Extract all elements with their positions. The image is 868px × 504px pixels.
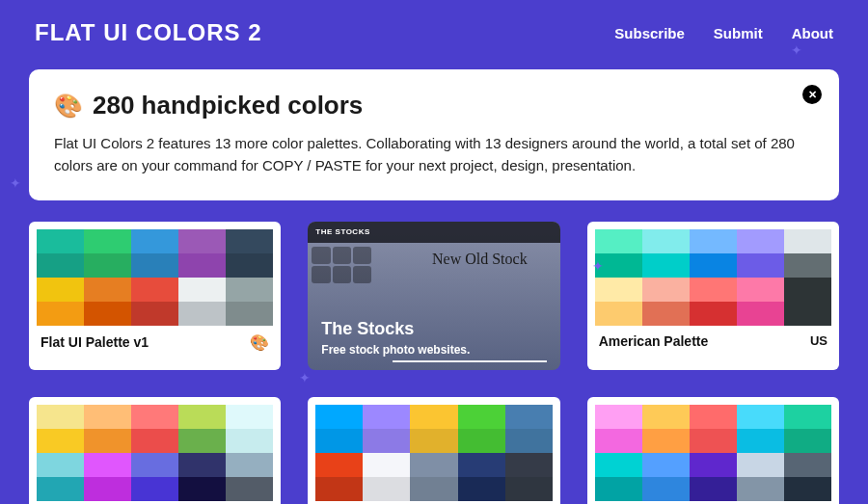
- palette-card[interactable]: Canadian Palette CA: [587, 397, 839, 505]
- color-swatch[interactable]: [363, 429, 410, 453]
- color-swatch[interactable]: [131, 229, 178, 253]
- color-swatch[interactable]: [178, 453, 226, 477]
- nav-about[interactable]: About: [792, 25, 833, 41]
- color-swatch[interactable]: [131, 453, 178, 477]
- color-swatch[interactable]: [595, 453, 642, 477]
- color-swatch[interactable]: [84, 229, 131, 253]
- color-swatch[interactable]: [737, 429, 784, 453]
- color-swatch[interactable]: [178, 405, 226, 429]
- color-swatch[interactable]: [737, 405, 784, 429]
- color-swatch[interactable]: [37, 253, 84, 278]
- color-swatch[interactable]: [178, 302, 226, 326]
- color-swatch[interactable]: [690, 278, 737, 302]
- color-swatch[interactable]: [784, 278, 831, 302]
- color-swatch[interactable]: [690, 477, 737, 501]
- color-swatch[interactable]: [505, 405, 553, 429]
- color-swatch[interactable]: [226, 405, 273, 429]
- color-swatch[interactable]: [505, 453, 553, 477]
- color-swatch[interactable]: [84, 302, 131, 326]
- color-swatch[interactable]: [595, 278, 642, 302]
- color-swatch[interactable]: [84, 278, 131, 302]
- color-swatch[interactable]: [226, 253, 273, 278]
- color-swatch[interactable]: [458, 453, 505, 477]
- color-swatch[interactable]: [737, 253, 784, 278]
- palette-card[interactable]: American Palette US: [587, 222, 839, 370]
- palette-card[interactable]: Flat UI Palette v1 🎨: [29, 222, 281, 370]
- color-swatch[interactable]: [226, 477, 273, 501]
- color-swatch[interactable]: [595, 477, 642, 501]
- color-swatch[interactable]: [690, 453, 737, 477]
- color-swatch[interactable]: [642, 477, 690, 501]
- color-swatch[interactable]: [410, 453, 457, 477]
- color-swatch[interactable]: [505, 477, 553, 501]
- color-swatch[interactable]: [595, 429, 642, 453]
- color-swatch[interactable]: [690, 253, 737, 278]
- color-swatch[interactable]: [37, 477, 84, 501]
- feature-card[interactable]: THE STOCKS New Old Stock The Stocks Free…: [308, 222, 559, 370]
- color-swatch[interactable]: [737, 229, 784, 253]
- color-swatch[interactable]: [131, 429, 178, 453]
- color-swatch[interactable]: [690, 405, 737, 429]
- color-swatch[interactable]: [595, 229, 642, 253]
- color-swatch[interactable]: [690, 302, 737, 326]
- color-swatch[interactable]: [37, 278, 84, 302]
- color-swatch[interactable]: [226, 302, 273, 326]
- color-swatch[interactable]: [737, 278, 784, 302]
- palette-card[interactable]: Aussie Palette AU: [29, 397, 281, 505]
- color-swatch[interactable]: [410, 429, 457, 453]
- nav-submit[interactable]: Submit: [714, 25, 763, 41]
- palette-card[interactable]: British Palette GB: [308, 397, 559, 505]
- color-swatch[interactable]: [37, 453, 84, 477]
- color-swatch[interactable]: [642, 405, 690, 429]
- color-swatch[interactable]: [226, 278, 273, 302]
- color-swatch[interactable]: [363, 477, 410, 501]
- color-swatch[interactable]: [315, 453, 363, 477]
- color-swatch[interactable]: [363, 453, 410, 477]
- color-swatch[interactable]: [595, 302, 642, 326]
- color-swatch[interactable]: [84, 477, 131, 501]
- color-swatch[interactable]: [642, 302, 690, 326]
- color-swatch[interactable]: [178, 477, 226, 501]
- color-swatch[interactable]: [131, 278, 178, 302]
- color-swatch[interactable]: [784, 453, 831, 477]
- nav-subscribe[interactable]: Subscribe: [614, 25, 685, 41]
- color-swatch[interactable]: [37, 229, 84, 253]
- color-swatch[interactable]: [458, 477, 505, 501]
- color-swatch[interactable]: [784, 302, 831, 326]
- color-swatch[interactable]: [595, 405, 642, 429]
- color-swatch[interactable]: [458, 429, 505, 453]
- color-swatch[interactable]: [178, 229, 226, 253]
- color-swatch[interactable]: [363, 405, 410, 429]
- color-swatch[interactable]: [642, 253, 690, 278]
- color-swatch[interactable]: [315, 405, 363, 429]
- color-swatch[interactable]: [642, 278, 690, 302]
- color-swatch[interactable]: [784, 477, 831, 501]
- color-swatch[interactable]: [642, 429, 690, 453]
- color-swatch[interactable]: [226, 229, 273, 253]
- color-swatch[interactable]: [784, 229, 831, 253]
- color-swatch[interactable]: [784, 429, 831, 453]
- color-swatch[interactable]: [84, 405, 131, 429]
- color-swatch[interactable]: [784, 253, 831, 278]
- color-swatch[interactable]: [315, 477, 363, 501]
- color-swatch[interactable]: [784, 405, 831, 429]
- color-swatch[interactable]: [410, 405, 457, 429]
- color-swatch[interactable]: [178, 429, 226, 453]
- color-swatch[interactable]: [737, 453, 784, 477]
- color-swatch[interactable]: [690, 429, 737, 453]
- color-swatch[interactable]: [37, 302, 84, 326]
- color-swatch[interactable]: [178, 278, 226, 302]
- color-swatch[interactable]: [131, 253, 178, 278]
- color-swatch[interactable]: [37, 405, 84, 429]
- color-swatch[interactable]: [131, 477, 178, 501]
- color-swatch[interactable]: [737, 302, 784, 326]
- color-swatch[interactable]: [226, 453, 273, 477]
- close-icon[interactable]: ✕: [802, 85, 822, 104]
- color-swatch[interactable]: [690, 229, 737, 253]
- color-swatch[interactable]: [37, 429, 84, 453]
- color-swatch[interactable]: [131, 302, 178, 326]
- color-swatch[interactable]: [410, 477, 457, 501]
- color-swatch[interactable]: [84, 429, 131, 453]
- color-swatch[interactable]: [226, 429, 273, 453]
- color-swatch[interactable]: [458, 405, 505, 429]
